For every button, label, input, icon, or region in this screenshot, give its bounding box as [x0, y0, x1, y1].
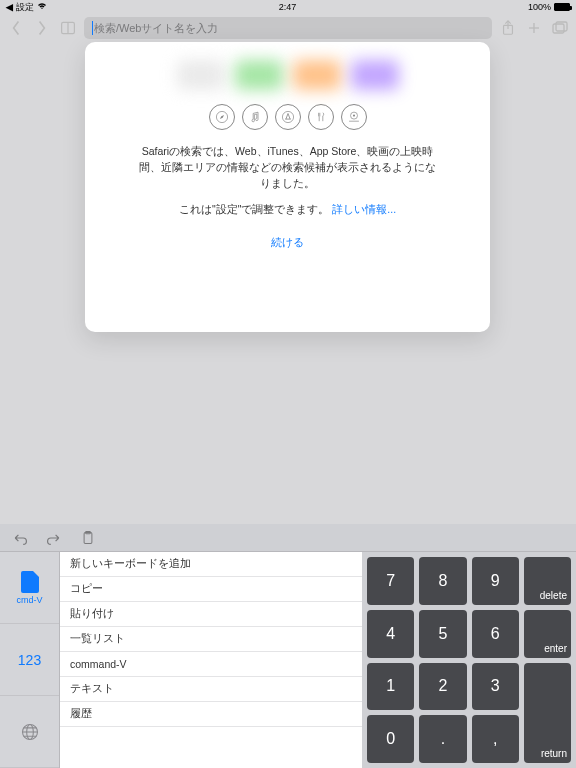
key-return[interactable]: return [524, 663, 571, 764]
url-field[interactable]: 検索/Webサイト名を入力 [84, 17, 492, 39]
content-area: Safariの検索では、Web、iTunes、App Store、映画の上映時間… [0, 42, 576, 524]
menu-history[interactable]: 履歴 [60, 702, 362, 727]
appstore-icon [275, 104, 301, 130]
key-9[interactable]: 9 [472, 557, 519, 605]
key-8[interactable]: 8 [419, 557, 466, 605]
wifi-icon [37, 2, 47, 12]
menu-paste[interactable]: 貼り付け [60, 602, 362, 627]
tabs-button[interactable] [550, 18, 570, 38]
svg-marker-9 [219, 115, 223, 119]
key-2[interactable]: 2 [419, 663, 466, 711]
numpad: 7 8 9 delete 4 5 6 enter 1 2 3 return 0 … [362, 552, 576, 768]
key-3[interactable]: 3 [472, 663, 519, 711]
blurred-app-icons [109, 60, 466, 96]
key-5[interactable]: 5 [419, 610, 466, 658]
battery-icon [554, 3, 570, 11]
menu-text[interactable]: テキスト [60, 677, 362, 702]
key-enter[interactable]: enter [524, 610, 571, 658]
document-icon [21, 571, 39, 593]
back-to-app-icon[interactable]: ◀ [6, 2, 13, 12]
food-icon [308, 104, 334, 130]
key-dot[interactable]: . [419, 715, 466, 763]
search-suggestions-popup: Safariの検索では、Web、iTunes、App Store、映画の上映時間… [85, 42, 490, 332]
popup-settings-note: これは"設定"で調整できます。 詳しい情報... [109, 203, 466, 217]
category-icons [109, 104, 466, 130]
svg-point-12 [352, 115, 354, 117]
keyboard-toolbar [0, 524, 576, 552]
key-delete[interactable]: delete [524, 557, 571, 605]
keyboard-left-column: cmd-V 123 [0, 552, 60, 768]
popup-description: Safariの検索では、Web、iTunes、App Store、映画の上映時間… [139, 144, 436, 191]
clipboard-tab[interactable]: cmd-V [0, 552, 59, 624]
clock: 2:47 [279, 2, 297, 12]
key-6[interactable]: 6 [472, 610, 519, 658]
menu-add-keyboard[interactable]: 新しいキーボードを追加 [60, 552, 362, 577]
location-icon [341, 104, 367, 130]
numeric-tab[interactable]: 123 [0, 624, 59, 696]
share-button[interactable] [498, 18, 518, 38]
battery-percent: 100% [528, 2, 551, 12]
url-placeholder: 検索/Webサイト名を入力 [94, 21, 218, 36]
more-info-link[interactable]: 詳しい情報... [332, 203, 396, 215]
key-7[interactable]: 7 [367, 557, 414, 605]
bookmarks-button[interactable] [58, 18, 78, 38]
menu-copy[interactable]: コピー [60, 577, 362, 602]
keyboard: cmd-V 123 新しいキーボードを追加 コピー 貼り付け 一覧リスト com… [0, 524, 576, 768]
menu-command-v[interactable]: command-V [60, 652, 362, 677]
music-icon [242, 104, 268, 130]
key-0[interactable]: 0 [367, 715, 414, 763]
globe-tab[interactable] [0, 696, 59, 768]
carrier-label[interactable]: 設定 [16, 1, 34, 14]
back-button[interactable] [6, 18, 26, 38]
undo-button[interactable] [12, 531, 28, 545]
key-comma[interactable]: , [472, 715, 519, 763]
suggestions-menu: 新しいキーボードを追加 コピー 貼り付け 一覧リスト command-V テキス… [60, 552, 362, 768]
browser-toolbar: 検索/Webサイト名を入力 [0, 14, 576, 42]
text-cursor [92, 21, 93, 35]
clipboard-button[interactable] [80, 531, 96, 545]
status-bar: ◀ 設定 2:47 100% [0, 0, 576, 14]
forward-button[interactable] [32, 18, 52, 38]
key-4[interactable]: 4 [367, 610, 414, 658]
new-tab-button[interactable] [524, 18, 544, 38]
menu-list[interactable]: 一覧リスト [60, 627, 362, 652]
key-1[interactable]: 1 [367, 663, 414, 711]
redo-button[interactable] [46, 531, 62, 545]
compass-icon [209, 104, 235, 130]
continue-button[interactable]: 続ける [109, 235, 466, 250]
svg-point-10 [282, 111, 293, 122]
globe-icon [20, 722, 40, 742]
